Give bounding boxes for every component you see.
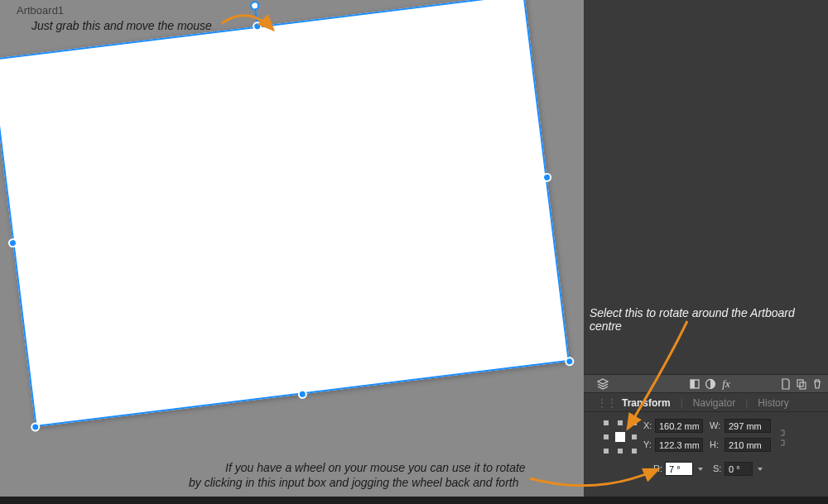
annotation-grab: Just grab this and move the mouse xyxy=(31,19,212,32)
label-s: S: xyxy=(713,463,721,473)
annotation-centre: Select this to rotate around the Artboar… xyxy=(590,306,828,333)
annotation-wheel-2: by clicking in this input box and joggin… xyxy=(189,476,518,489)
anchor-widget[interactable] xyxy=(602,419,638,455)
transform-panel: X: W: Y: H: R: S: xyxy=(584,412,828,482)
annotation-wheel-1: If you have a wheel on your mouse you ca… xyxy=(225,461,526,474)
rotation-handle[interactable] xyxy=(250,1,260,11)
tab-history[interactable]: History xyxy=(758,397,788,409)
label-w: W: xyxy=(710,420,720,430)
label-h: H: xyxy=(710,439,719,449)
trash-icon[interactable] xyxy=(810,377,825,391)
tab-transform[interactable]: Transform xyxy=(622,397,671,409)
artboard-selection[interactable] xyxy=(0,0,570,427)
label-y: Y: xyxy=(643,439,652,449)
layers-icon[interactable] xyxy=(595,377,610,391)
shear-dropdown-caret[interactable] xyxy=(758,468,763,471)
panel-tabs: ⋮⋮ Transform | Navigator | History xyxy=(584,394,828,412)
adjust-icon[interactable] xyxy=(703,377,718,391)
input-h[interactable] xyxy=(724,438,771,452)
copy-icon[interactable] xyxy=(794,377,809,391)
doc-icon[interactable] xyxy=(778,377,793,391)
input-shear[interactable] xyxy=(724,462,753,476)
canvas-area[interactable]: Artboard1 Just grab this and move the mo… xyxy=(0,0,584,497)
handle-bm[interactable] xyxy=(297,389,307,399)
fx-icon[interactable]: fx xyxy=(719,377,734,391)
input-rotation[interactable] xyxy=(665,462,693,476)
fill-icon[interactable] xyxy=(687,377,702,391)
label-r: R: xyxy=(653,463,662,473)
artboard-label: Artboard1 xyxy=(17,4,64,17)
input-x[interactable] xyxy=(655,419,703,433)
rotation-dropdown-caret[interactable] xyxy=(698,468,703,471)
tab-navigator[interactable]: Navigator xyxy=(693,397,735,409)
bottom-bar xyxy=(0,497,828,504)
label-x: X: xyxy=(643,420,652,430)
tab-grip-icon[interactable]: ⋮⋮ xyxy=(597,397,617,409)
input-y[interactable] xyxy=(655,438,703,452)
panel-strip: fx xyxy=(584,374,828,393)
right-panel: Select this to rotate around the Artboar… xyxy=(584,0,828,497)
handle-bl[interactable] xyxy=(31,422,41,432)
input-w[interactable] xyxy=(724,419,771,433)
handle-br[interactable] xyxy=(565,357,575,367)
link-wh-icon[interactable] xyxy=(779,429,787,449)
artboard-rect[interactable] xyxy=(0,0,570,427)
svg-rect-1 xyxy=(691,380,695,388)
handle-mr[interactable] xyxy=(542,172,551,182)
